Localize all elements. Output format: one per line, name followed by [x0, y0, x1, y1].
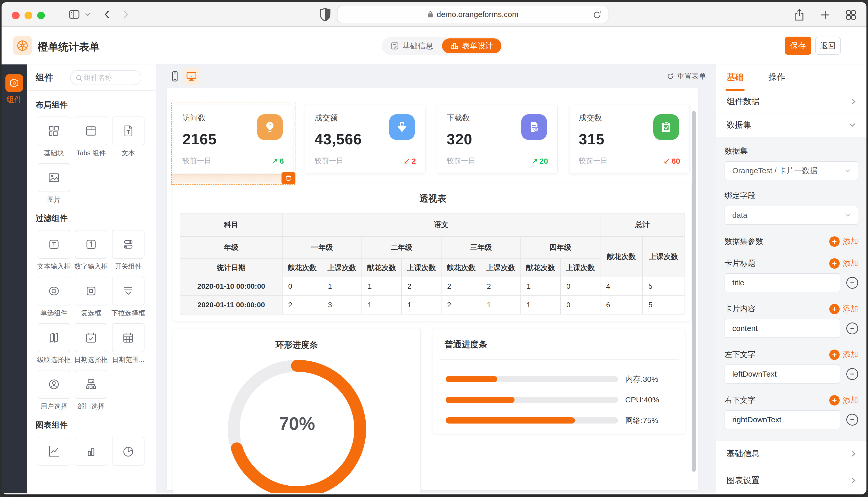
- row-dataset-group[interactable]: 数据集: [716, 113, 866, 137]
- component-user-select[interactable]: 用户选择: [35, 370, 72, 411]
- url-text: demo.orangeforms.com: [437, 10, 519, 19]
- component-cascader[interactable]: 级联选择框: [35, 323, 72, 364]
- stat-card-downloads-wrapper: 下载数 320 较前一日 ↗20: [437, 105, 557, 174]
- traffic-lights[interactable]: [12, 12, 45, 19]
- dataset-params-row: 数据集参数 +添加: [725, 236, 858, 247]
- component-dept-select[interactable]: 部门选择: [72, 370, 110, 411]
- ring-progress-card[interactable]: 环形进度条 70%: [173, 328, 421, 493]
- bind-field-select[interactable]: data: [725, 206, 858, 225]
- section-title-chart: 图表组件: [36, 420, 156, 430]
- pivot-group-header: 语文: [282, 213, 600, 237]
- app-header: 橙单统计表单 基础信息 表单设计 保存 返回: [2, 27, 866, 65]
- user-icon: [47, 378, 61, 391]
- minus-circle-icon: [850, 326, 855, 331]
- component-line-chart[interactable]: [35, 437, 72, 466]
- card-title-input[interactable]: [725, 273, 840, 292]
- add-dataset-param-button[interactable]: +添加: [829, 236, 858, 247]
- text-input-icon: [47, 238, 61, 251]
- chevron-down-icon: [844, 168, 852, 173]
- remove-right-down-button[interactable]: [846, 414, 858, 426]
- trend-up-value: ↗20: [531, 156, 548, 166]
- component-date-picker[interactable]: 日期选择框: [72, 323, 110, 364]
- component-pie-chart[interactable]: [110, 437, 147, 466]
- trend-down-value: ↙60: [663, 156, 680, 166]
- search-input[interactable]: [84, 74, 133, 82]
- reset-form-button[interactable]: 重置表单: [666, 71, 706, 81]
- component-text-input[interactable]: 文本输入框: [35, 230, 72, 271]
- plus-circle-icon: +: [829, 237, 840, 247]
- component-radio[interactable]: 单选组件: [35, 276, 72, 317]
- remove-card-title-button[interactable]: [846, 277, 858, 289]
- pivot-total-header: 总计: [600, 213, 685, 237]
- dataset-select[interactable]: OrangeTest / 卡片一数据: [725, 161, 858, 180]
- progress-bars-card[interactable]: 普通进度条 内存:30% CPU:40%: [433, 328, 685, 434]
- remove-card-content-button[interactable]: [846, 323, 858, 334]
- add-left-down-button[interactable]: +添加: [829, 349, 858, 360]
- card-content-input[interactable]: [725, 319, 840, 338]
- row-component-data[interactable]: 组件数据: [716, 90, 866, 113]
- back-to-list-button[interactable]: 返回: [815, 37, 841, 55]
- close-window-button[interactable]: [12, 12, 19, 19]
- trash-icon: [285, 174, 292, 182]
- component-image[interactable]: 图片: [35, 163, 72, 204]
- rail-item-components[interactable]: [5, 74, 23, 92]
- component-tabs[interactable]: Tabs 组件: [72, 116, 110, 157]
- component-basic-block[interactable]: 基础块: [35, 116, 72, 157]
- browser-window: demo.orangeforms.com 橙单统计表单 基础信息: [2, 2, 866, 494]
- grid-blocks-icon: [47, 124, 61, 138]
- zoom-window-button[interactable]: [37, 12, 45, 19]
- row-basic-info[interactable]: 基础信息: [716, 441, 866, 467]
- component-switch[interactable]: 开关组件: [110, 230, 147, 271]
- delete-component-button[interactable]: [281, 172, 295, 184]
- add-card-content-button[interactable]: +添加: [829, 304, 858, 314]
- component-number-input[interactable]: 数字输入框: [72, 230, 110, 271]
- row-chart-settings[interactable]: 图表设置: [716, 467, 866, 494]
- selection-strip: [172, 174, 295, 184]
- device-desktop-toggle[interactable]: [183, 68, 200, 85]
- tab-basic[interactable]: 基础: [727, 71, 744, 83]
- minus-circle-icon: [850, 417, 855, 422]
- device-mobile-toggle[interactable]: [167, 68, 183, 85]
- stat-card-turnover[interactable]: 成交额 43,566 ¥ 较前一日 ↙2: [305, 105, 426, 174]
- tab-overview-icon[interactable]: [845, 8, 857, 22]
- switch-icon: [122, 238, 135, 251]
- new-tab-icon[interactable]: [819, 8, 831, 22]
- stat-card-downloads[interactable]: 下载数 320 较前一日 ↗20: [437, 105, 557, 174]
- canvas-scrollbar[interactable]: [692, 111, 695, 472]
- tab-form-design[interactable]: 表单设计: [442, 39, 501, 53]
- sidebar-toggle-icon[interactable]: [68, 8, 81, 20]
- text-document-icon: [122, 124, 135, 138]
- save-button[interactable]: 保存: [785, 37, 811, 55]
- privacy-shield-icon[interactable]: [318, 7, 332, 22]
- checkbox-icon: [84, 284, 98, 298]
- back-button[interactable]: [101, 8, 113, 20]
- tab-operation[interactable]: 操作: [768, 71, 785, 83]
- forward-button[interactable]: [119, 8, 132, 20]
- radio-icon: [47, 284, 61, 298]
- form-canvas[interactable]: 访问数 2165 较前一日 ↗6: [167, 88, 698, 490]
- address-bar[interactable]: demo.orangeforms.com: [337, 6, 608, 23]
- minimize-window-button[interactable]: [25, 12, 32, 19]
- component-text[interactable]: 文本: [110, 116, 147, 157]
- component-checkbox[interactable]: 复选框: [72, 276, 110, 317]
- component-bar-chart[interactable]: [72, 437, 110, 466]
- tabs-layout-icon: [84, 124, 98, 138]
- components-panel: 组件 布局组件 基础块 Tabs 组件: [27, 65, 156, 493]
- section-title-layout: 布局组件: [36, 100, 156, 110]
- remove-left-down-button[interactable]: [846, 368, 858, 380]
- stat-card-deals[interactable]: 成交数 315 较前一日 ↙60: [569, 105, 690, 174]
- component-select[interactable]: 下拉选择框: [110, 276, 147, 317]
- component-search[interactable]: [70, 70, 141, 85]
- right-down-text-input[interactable]: [725, 410, 840, 429]
- component-date-range[interactable]: 日期范围...: [110, 323, 147, 364]
- add-right-down-button[interactable]: +添加: [829, 395, 858, 406]
- pivot-table-card[interactable]: 透视表 科目 语文 总计 年级 一年级 二年级: [173, 183, 691, 322]
- chevron-down-icon[interactable]: [85, 12, 91, 16]
- reload-icon[interactable]: [592, 10, 602, 20]
- share-icon[interactable]: [793, 8, 805, 22]
- stat-card-visits[interactable]: 访问数 2165 较前一日 ↗6: [173, 105, 293, 174]
- tab-basic-info[interactable]: 基础信息: [389, 41, 442, 51]
- bulb-icon: [257, 114, 283, 140]
- add-card-title-button[interactable]: +添加: [829, 258, 858, 269]
- left-down-text-input[interactable]: [725, 365, 840, 384]
